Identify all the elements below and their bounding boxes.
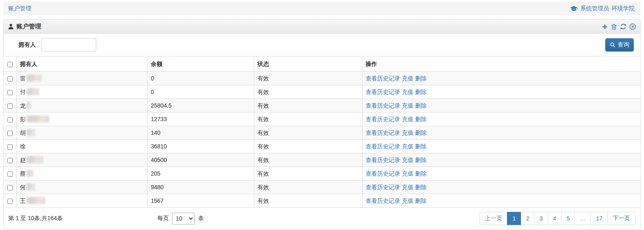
status-cell: 有效 xyxy=(254,167,362,181)
redacted-name-mask xyxy=(27,170,33,177)
row-checkbox[interactable] xyxy=(7,158,13,163)
pagination-next-button[interactable]: 下一页 xyxy=(607,212,635,225)
owner-cell: 赵 xyxy=(16,153,147,167)
balance-cell: 36810 xyxy=(147,140,254,153)
recharge-link[interactable]: 充值 xyxy=(402,184,414,190)
redacted-name-mask xyxy=(27,88,39,95)
status-cell: 有效 xyxy=(254,99,362,113)
row-checkbox[interactable] xyxy=(7,185,13,190)
refresh-button[interactable] xyxy=(620,23,627,30)
row-checkbox[interactable] xyxy=(7,103,13,109)
balance-cell: 25804.5 xyxy=(147,99,254,113)
status-cell: 有效 xyxy=(254,153,362,167)
user-role-link[interactable]: 系统管理员 xyxy=(580,5,609,12)
recharge-link[interactable]: 充值 xyxy=(402,143,414,150)
user-org-link[interactable]: 环境学院 xyxy=(611,5,635,12)
recharge-link[interactable]: 充值 xyxy=(402,157,414,163)
pagination-page-3-button[interactable]: 3 xyxy=(534,212,548,225)
col-header-status: 状态 xyxy=(254,56,362,72)
heading-actions xyxy=(602,23,636,30)
row-checkbox[interactable] xyxy=(7,131,13,136)
recharge-link[interactable]: 充值 xyxy=(402,170,414,177)
pagination-page-4-button[interactable]: 4 xyxy=(548,212,562,225)
table-row: 胡 140 有效 查看历史记录充值删除 xyxy=(4,126,640,140)
view-history-link[interactable]: 查看历史记录 xyxy=(366,197,400,204)
pagination-page-1-button[interactable]: 1 xyxy=(507,212,521,225)
status-cell: 有效 xyxy=(254,113,362,126)
pagination: 上一页12345…17下一页 xyxy=(479,212,635,225)
view-history-link[interactable]: 查看历史记录 xyxy=(366,170,400,177)
balance-cell: 9480 xyxy=(147,181,254,194)
close-circle-icon xyxy=(629,23,636,30)
delete-link[interactable]: 删除 xyxy=(415,184,427,190)
graduation-cap-icon xyxy=(570,6,578,12)
per-page-select[interactable]: 10 xyxy=(172,213,195,225)
add-button[interactable] xyxy=(602,23,608,30)
delete-link[interactable]: 删除 xyxy=(415,157,427,163)
redacted-name-mask xyxy=(27,115,49,122)
user-icon xyxy=(8,23,14,30)
owner-search-input[interactable] xyxy=(41,38,96,52)
recharge-link[interactable]: 充值 xyxy=(402,102,414,109)
per-page-prefix: 每页 xyxy=(157,215,169,222)
balance-cell: 0 xyxy=(147,85,254,99)
delete-link[interactable]: 删除 xyxy=(415,129,427,136)
pagination-page-5-button[interactable]: 5 xyxy=(561,212,575,225)
per-page-control: 每页 10 条 xyxy=(157,213,204,225)
per-page-suffix: 条 xyxy=(198,215,204,222)
view-history-link[interactable]: 查看历史记录 xyxy=(366,89,400,95)
pagination-page-2-button[interactable]: 2 xyxy=(521,212,535,225)
row-checkbox[interactable] xyxy=(7,144,13,150)
status-cell: 有效 xyxy=(254,72,362,85)
panel-title-wrap: 账户管理 xyxy=(8,23,41,31)
table-row: 王 1567 有效 查看历史记录充值删除 xyxy=(4,194,640,208)
owner-cell: 何 xyxy=(16,181,147,194)
redacted-name-mask xyxy=(27,156,43,163)
row-checkbox[interactable] xyxy=(7,199,13,204)
view-history-link[interactable]: 查看历史记录 xyxy=(366,116,400,122)
pagination-ellipsis: … xyxy=(574,212,591,225)
view-history-link[interactable]: 查看历史记录 xyxy=(366,75,400,82)
actions-cell: 查看历史记录充值删除 xyxy=(362,72,640,85)
recharge-link[interactable]: 充值 xyxy=(402,75,414,82)
select-all-checkbox[interactable] xyxy=(7,62,13,67)
owner-cell: 蔡 xyxy=(16,167,147,181)
delete-link[interactable]: 删除 xyxy=(415,170,427,177)
search-icon xyxy=(610,42,616,48)
table-row: 徐 36810 有效 查看历史记录充值删除 xyxy=(4,140,640,153)
recharge-link[interactable]: 充值 xyxy=(402,116,414,122)
balance-cell: 40500 xyxy=(147,153,254,167)
row-checkbox[interactable] xyxy=(7,76,13,82)
status-cell: 有效 xyxy=(254,194,362,208)
view-history-link[interactable]: 查看历史记录 xyxy=(366,102,400,109)
delete-link[interactable]: 删除 xyxy=(415,89,427,95)
close-button[interactable] xyxy=(629,23,636,30)
recharge-link[interactable]: 充值 xyxy=(402,197,414,204)
search-row: 拥有人 查询 xyxy=(4,34,640,56)
col-header-owner: 拥有人 xyxy=(16,56,147,72)
delete-link[interactable]: 删除 xyxy=(415,102,427,109)
accounts-table: 拥有人 余额 状态 操作 雷 0 有效 查看历史记录充值删除 付 0 有效 查看… xyxy=(4,56,640,208)
pagination-prev-button[interactable]: 上一页 xyxy=(479,212,507,225)
delete-link[interactable]: 删除 xyxy=(415,75,427,82)
row-checkbox[interactable] xyxy=(7,171,13,177)
delete-link[interactable]: 删除 xyxy=(415,197,427,204)
col-header-balance: 余额 xyxy=(147,56,254,72)
view-history-link[interactable]: 查看历史记录 xyxy=(366,129,400,136)
view-history-link[interactable]: 查看历史记录 xyxy=(366,184,400,190)
breadcrumb[interactable]: 账户管理 xyxy=(8,5,31,12)
recharge-link[interactable]: 充值 xyxy=(402,89,414,95)
balance-cell: 12733 xyxy=(147,113,254,126)
row-checkbox[interactable] xyxy=(7,90,13,95)
view-history-link[interactable]: 查看历史记录 xyxy=(366,143,400,150)
delete-selected-button[interactable] xyxy=(611,23,617,30)
recharge-link[interactable]: 充值 xyxy=(402,129,414,136)
actions-cell: 查看历史记录充值删除 xyxy=(362,181,640,194)
query-button[interactable]: 查询 xyxy=(605,38,634,52)
delete-link[interactable]: 删除 xyxy=(415,143,427,150)
view-history-link[interactable]: 查看历史记录 xyxy=(366,157,400,163)
actions-cell: 查看历史记录充值删除 xyxy=(362,126,640,140)
delete-link[interactable]: 删除 xyxy=(415,116,427,122)
pagination-page-17-button[interactable]: 17 xyxy=(591,212,608,225)
row-checkbox[interactable] xyxy=(7,117,13,122)
